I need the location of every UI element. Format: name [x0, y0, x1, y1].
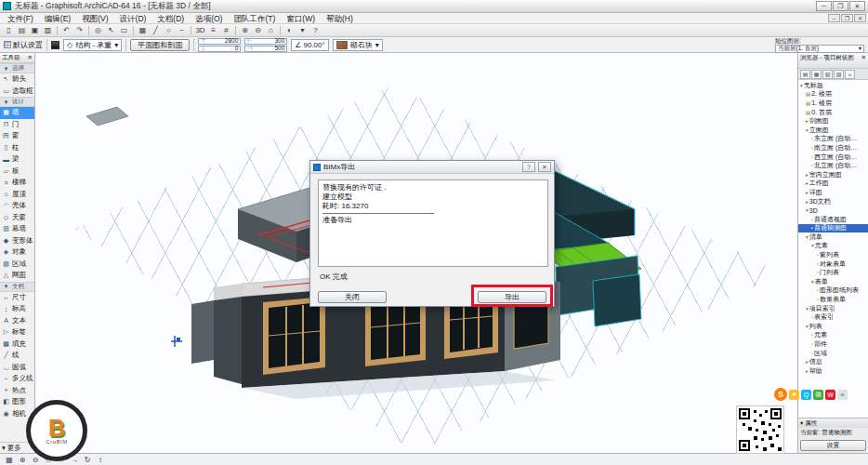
tree-item[interactable]: ▤ 2. 楼层 — [798, 90, 868, 100]
tree-item[interactable]: ▫ 门列表 — [798, 268, 868, 277]
tool-window[interactable]: 田 窗 — [0, 130, 34, 142]
default-settings-button[interactable]: 默认设置 — [4, 40, 43, 50]
tree-item[interactable]: ▫ 窗列表 — [798, 250, 868, 259]
menu-item[interactable]: 窗口(W) — [281, 13, 321, 24]
share-weibo-icon[interactable]: W — [825, 390, 835, 400]
nav-tab-project-map[interactable]: ▤ — [800, 70, 810, 79]
3d-view-icon[interactable]: 3D — [194, 25, 206, 36]
tool-line[interactable]: ╱ 线 — [0, 350, 34, 362]
share-qzone-icon[interactable]: ★ — [789, 390, 799, 400]
dialog-help-button[interactable]: ? — [522, 162, 535, 172]
plan-and-section-button[interactable]: 平面图和剖面 — [130, 39, 190, 51]
tree-item[interactable]: ▪ 普通轴测图 — [798, 224, 868, 233]
tool-object[interactable]: ◈ 对象 — [0, 246, 34, 259]
tool-skylight[interactable]: ◇ 天窗 — [0, 212, 34, 224]
toolbox-item[interactable]: ▾ 文档 — [0, 282, 34, 292]
help-icon[interactable]: ? — [309, 25, 322, 36]
wall-base-height-field[interactable]: ⊥ 0 — [198, 46, 241, 52]
share-qq-icon[interactable]: Q — [801, 390, 811, 400]
wall-top-height-field[interactable]: ⊤ 2800 — [198, 38, 241, 45]
tree-item[interactable]: ▸ 详图 — [798, 188, 868, 197]
grid-snap-icon[interactable]: # — [220, 25, 232, 36]
tool-shell[interactable]: ◠ 壳体 — [0, 200, 34, 212]
tree-item[interactable]: ▫ 表索引 — [798, 312, 868, 322]
tree-item[interactable]: ▾ 项目索引 — [798, 304, 868, 313]
fit-view-icon[interactable]: ⌂ — [265, 25, 277, 36]
print-icon[interactable]: ▥ — [42, 25, 54, 36]
tool-morph[interactable]: ◆ 变形体 — [0, 235, 34, 247]
save-icon[interactable]: ▣ — [29, 25, 41, 36]
tree-item[interactable]: ▾ 表单 — [798, 277, 868, 286]
tool-column[interactable]: ▯ 柱 — [0, 142, 34, 154]
tree-item[interactable]: ▾ 列表 — [798, 322, 868, 331]
navigator-close-icon[interactable]: ✕ — [861, 54, 866, 67]
share-collapse-icon[interactable]: « — [837, 390, 848, 400]
minimize-button[interactable]: ─ — [816, 1, 832, 11]
tool-fill[interactable]: ▩ 填充 — [0, 339, 34, 351]
undo-icon[interactable]: ↶ — [60, 25, 72, 36]
dialog-close-icon[interactable]: ✕ — [538, 162, 551, 172]
tree-item[interactable]: ▤ 0. 首层 — [798, 108, 868, 117]
marquee-tool-icon[interactable]: ▭ — [118, 25, 130, 36]
zoom-out-icon[interactable]: ⊖ — [252, 25, 264, 36]
dialog-title-bar[interactable]: BIMx导出 ? ✕ — [310, 161, 554, 174]
menu-item[interactable]: 文档(D) — [151, 13, 190, 24]
share-wechat-icon[interactable]: 微 — [813, 390, 823, 400]
menu-item[interactable]: 团队工作(T) — [228, 13, 281, 24]
zoom-in-icon[interactable]: ⊕ — [17, 455, 28, 465]
tool-text[interactable]: A 文本 — [0, 315, 34, 327]
tree-item[interactable]: ▫ 西立面 (自动… — [798, 153, 868, 162]
dropdown-icon[interactable]: ▾ — [296, 25, 309, 36]
share-sohu-icon[interactable]: S — [774, 388, 787, 401]
tree-item[interactable]: ▸ 3D文档 — [798, 197, 868, 206]
tool-wall[interactable]: ▦ 墙 — [0, 107, 34, 119]
tool-zone[interactable]: ▨ 区域 — [0, 259, 34, 271]
tree-item[interactable]: ▫ 北立面 (自动… — [798, 161, 868, 170]
close-button[interactable]: ✕ — [849, 1, 865, 11]
child-restore-button[interactable]: ❐ — [841, 14, 853, 22]
tree-item[interactable]: ▫ 数量表单 — [798, 295, 868, 304]
line-tool-icon[interactable]: ╱ — [150, 25, 162, 36]
menu-item[interactable]: 选项(O) — [190, 13, 228, 24]
open-file-icon[interactable]: ▤ — [16, 25, 28, 36]
layers-icon[interactable]: ≡ — [207, 25, 219, 36]
tree-item[interactable]: ▾ 立面图 — [798, 126, 868, 135]
wall-tool-icon[interactable]: ▦ — [137, 25, 149, 36]
search-icon[interactable]: ◎ — [92, 25, 104, 36]
structure-select[interactable]: ◇ 结构 - 承重 ▾ — [63, 39, 122, 51]
zoom-in-icon[interactable]: ⊕ — [239, 25, 251, 36]
tool-mesh[interactable]: △ 网面 — [0, 270, 34, 282]
toolbox-item[interactable]: ▾ 设计 — [0, 97, 34, 107]
tool-label[interactable]: ▷ 标签 — [0, 326, 34, 339]
menu-item[interactable]: 设计(D) — [114, 13, 152, 24]
child-close-button[interactable]: ✕ — [854, 14, 866, 22]
settings-button[interactable]: 设置 — [800, 440, 866, 451]
tool-arrow[interactable]: ↖ 箭头 — [0, 73, 34, 86]
tree-item[interactable]: ▸ 室内立面图 — [798, 170, 868, 179]
menu-item[interactable]: 帮助(H) — [321, 13, 359, 24]
nav-tab-publisher[interactable]: ▨ — [834, 70, 844, 79]
tool-figure[interactable]: ◧ 图形 — [0, 396, 34, 408]
angle-field[interactable]: ∠ 90.00° — [291, 39, 328, 51]
tool-arc[interactable]: ◡ 圆弧 — [0, 362, 34, 374]
export-button[interactable]: 导出 — [478, 291, 546, 303]
pen-icon[interactable] — [51, 41, 59, 49]
tool-level-dimension[interactable]: ↕ 标高 — [0, 303, 34, 315]
tool-stair[interactable]: ≡ 楼梯 — [0, 177, 34, 189]
tool-door[interactable]: Π 门 — [0, 119, 34, 131]
tree-item[interactable]: ▫ 元素 — [798, 331, 868, 340]
tree-item[interactable]: ▫ 对象表单 — [798, 259, 868, 269]
pan-icon[interactable]: ↕ — [95, 455, 106, 465]
polyline-tool-icon[interactable]: ~ — [176, 25, 188, 36]
tool-beam[interactable]: ▬ 梁 — [0, 153, 34, 166]
material-select[interactable]: 砌石块 ▾ — [333, 39, 383, 51]
layer-select[interactable]: 当前层(1. 首层) ▾ — [775, 45, 864, 53]
tree-item[interactable]: ▫ 图形图纸列表 — [798, 286, 868, 296]
tree-item[interactable]: ▫ 南立面 (自动… — [798, 143, 868, 153]
nav-tab-layout-book[interactable]: ▧ — [822, 70, 833, 79]
layout-icon[interactable]: ▦ — [4, 455, 15, 465]
tree-item[interactable]: ▾ 清单 — [798, 232, 868, 242]
tree-item[interactable]: ▾ 3D — [798, 206, 868, 215]
toolbox-item[interactable]: ▾ 选择 — [0, 63, 34, 73]
tool-curtain-wall[interactable]: ▥ 幕墙 — [0, 223, 34, 235]
